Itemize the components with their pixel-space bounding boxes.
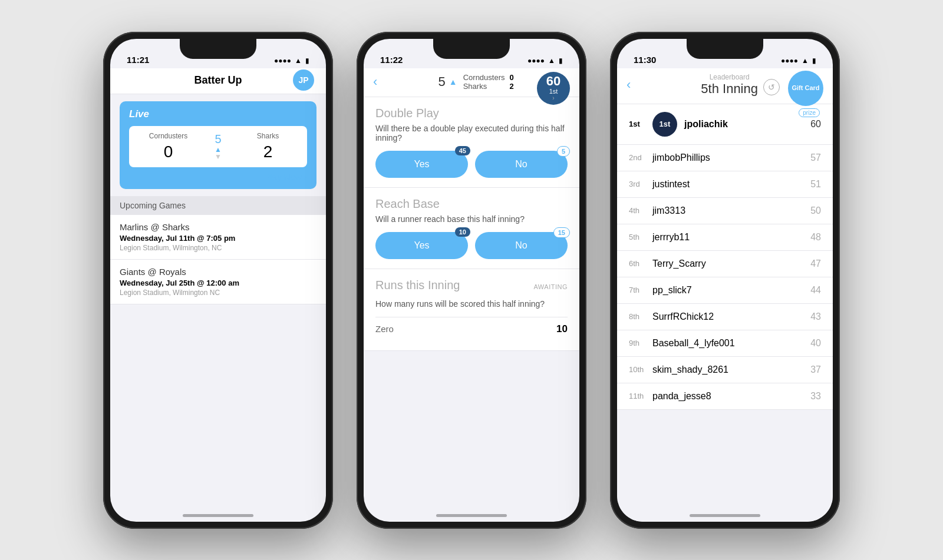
btn-row-1: Yes 10 No 15: [375, 232, 568, 259]
lb-row-2[interactable]: 3rd justintest 51: [617, 171, 833, 198]
q-text-0: Will there be a double play executed dur…: [375, 124, 568, 143]
lb-row-1[interactable]: 2nd jimbobPhillips 57: [617, 145, 833, 171]
inning-label-3: 5th Inning: [701, 81, 758, 97]
lb-row-10[interactable]: 11th panda_jesse8 33: [617, 383, 833, 410]
lb-row-7[interactable]: 8th SurrfRChick12 43: [617, 304, 833, 330]
lb-score-7: 43: [810, 312, 821, 322]
gift-card-text: Gift Card: [792, 84, 819, 92]
lb-name-8: Baseball_4_lyfe001: [652, 338, 810, 349]
screen-3: 11:30 ●●●● ▲ ▮ ‹ Leaderboard 5th Inning …: [617, 39, 833, 522]
phone-1: 11:21 ●●●● ▲ ▮ Batter Up JP Live Corndus…: [103, 32, 333, 529]
lb-score-8: 40: [810, 338, 821, 349]
battery-icon-2: ▮: [559, 57, 563, 65]
lb-score-6: 44: [810, 285, 821, 296]
screen-content-2: ‹ 5 ▲ Corndusters 0 Sharks 2: [364, 68, 579, 522]
screen-content-3: ‹ Leaderboard 5th Inning ↺ Gift Card pri…: [617, 68, 833, 522]
awaiting-option-label: Zero: [375, 324, 394, 334]
notch-2: [433, 39, 510, 59]
p2-teams: Corndusters 0 Sharks 2: [463, 73, 514, 91]
yes-badge-1: 10: [455, 227, 470, 237]
lb-row-3[interactable]: 4th jim3313 50: [617, 198, 833, 224]
inning-col: 5 ▲ ▼: [207, 132, 229, 160]
lb-name-4: jerrryb11: [652, 232, 810, 243]
awaiting-text: How many runs will be scored this half i…: [375, 299, 568, 309]
p2-team2-name: Sharks: [463, 82, 487, 91]
home-indicator-2: [436, 514, 507, 517]
yes-badge-0: 45: [455, 146, 470, 155]
lb-avatar-0: 1st: [652, 112, 677, 137]
game-item-0[interactable]: Marlins @ Sharks Wednesday, Jul 11th @ 7…: [110, 215, 326, 260]
back-button-2[interactable]: ‹: [373, 74, 377, 90]
lb-score-0: 60: [810, 119, 821, 130]
inning-num: 5: [215, 132, 221, 146]
lb-rank-9: 10th: [629, 365, 652, 374]
team2-name: Sharks: [236, 132, 300, 140]
notch-1: [180, 39, 256, 59]
lb-row-5[interactable]: 6th Terry_Scarry 47: [617, 251, 833, 277]
history-icon[interactable]: ↺: [763, 79, 780, 95]
p2-team2-score: 2: [510, 82, 514, 91]
screen-1: 11:21 ●●●● ▲ ▮ Batter Up JP Live Corndus…: [110, 39, 326, 522]
status-icons-1: ●●●● ▲ ▮: [274, 57, 309, 65]
q-text-1: Will a runner reach base this half innin…: [375, 214, 568, 224]
awaiting-card: Runs this Inning AWAITING How many runs …: [364, 269, 579, 351]
lb-name-0: jpoliachik: [684, 119, 810, 130]
live-label: Live: [129, 108, 307, 120]
team1-name: Corndusters: [136, 132, 200, 140]
p2-team1-name: Corndusters: [463, 73, 505, 82]
awaiting-label: AWAITING: [533, 283, 568, 290]
battery-icon: ▮: [305, 57, 309, 65]
p2-expand-arrow: ›: [552, 95, 554, 101]
lb-rank-2: 3rd: [629, 180, 652, 188]
game-datetime-1: Wednesday, Jul 25th @ 12:00 am: [120, 279, 316, 287]
status-time-2: 11:22: [380, 55, 403, 65]
play-now-btn[interactable]: Play Now ›: [129, 167, 307, 182]
app-title-1: Batter Up: [194, 74, 242, 87]
q-title-0: Double Play: [375, 107, 568, 120]
lb-rank-6: 7th: [629, 286, 652, 294]
score-circle-2: 60 1st ›: [537, 72, 570, 105]
user-avatar-1[interactable]: JP: [293, 69, 314, 91]
no-btn-1[interactable]: No 15: [475, 232, 568, 259]
signal-icon-2: ●●●●: [527, 57, 545, 65]
lb-rank-10: 11th: [629, 392, 652, 400]
awaiting-title: Runs this Inning: [375, 279, 460, 292]
p2-team2-row: Sharks 2: [463, 82, 514, 91]
game-matchup-1: Giants @ Royals: [120, 267, 316, 277]
signal-icon-3: ●●●●: [781, 57, 798, 65]
game-item-1[interactable]: Giants @ Royals Wednesday, Jul 25th @ 12…: [110, 260, 326, 304]
phone-3: 11:30 ●●●● ▲ ▮ ‹ Leaderboard 5th Inning …: [610, 32, 840, 529]
yes-btn-1[interactable]: Yes 10: [375, 232, 468, 259]
upcoming-header: Upcoming Games: [110, 196, 326, 215]
lb-rank-7: 8th: [629, 312, 652, 321]
status-time-3: 11:30: [634, 55, 656, 65]
lb-name-6: pp_slick7: [652, 285, 810, 296]
home-indicator-1: [183, 514, 253, 517]
lb-score-4: 48: [810, 232, 821, 243]
lb-name-5: Terry_Scarry: [652, 259, 810, 269]
lb-score-5: 47: [810, 259, 821, 269]
game-datetime-0: Wednesday, Jul 11th @ 7:05 pm: [120, 234, 316, 243]
lb-name-10: panda_jesse8: [652, 391, 810, 402]
team1-col: Corndusters 0: [129, 126, 207, 167]
awaiting-option-count: 10: [556, 323, 568, 335]
no-btn-0[interactable]: No 5: [475, 151, 568, 178]
lb-row-9[interactable]: 10th skim_shady_8261 37: [617, 357, 833, 383]
lb-score-10: 33: [810, 391, 821, 402]
inning-badge-2: 5 ▲: [438, 74, 457, 90]
question-card-1: Reach Base Will a runner reach base this…: [364, 188, 579, 269]
lb-row-6[interactable]: 7th pp_slick7 44: [617, 277, 833, 304]
game-venue-0: Legion Stadium, Wilmington, NC: [120, 244, 316, 252]
no-badge-1: 15: [553, 227, 570, 238]
lb-row-4[interactable]: 5th jerrryb11 48: [617, 224, 833, 251]
team2-score: 2: [236, 143, 300, 161]
battery-icon-3: ▮: [812, 57, 816, 65]
lb-name-7: SurrfRChick12: [652, 312, 810, 322]
home-indicator-3: [690, 514, 760, 517]
back-button-3[interactable]: ‹: [627, 77, 631, 92]
lb-row-8[interactable]: 9th Baseball_4_lyfe001 40: [617, 330, 833, 357]
lb-header: ‹ Leaderboard 5th Inning ↺ Gift Card pri…: [617, 68, 833, 104]
yes-btn-0[interactable]: Yes 45: [375, 151, 468, 178]
signal-icon: ●●●●: [274, 57, 291, 65]
p2-circle-label: 1st: [549, 88, 558, 95]
